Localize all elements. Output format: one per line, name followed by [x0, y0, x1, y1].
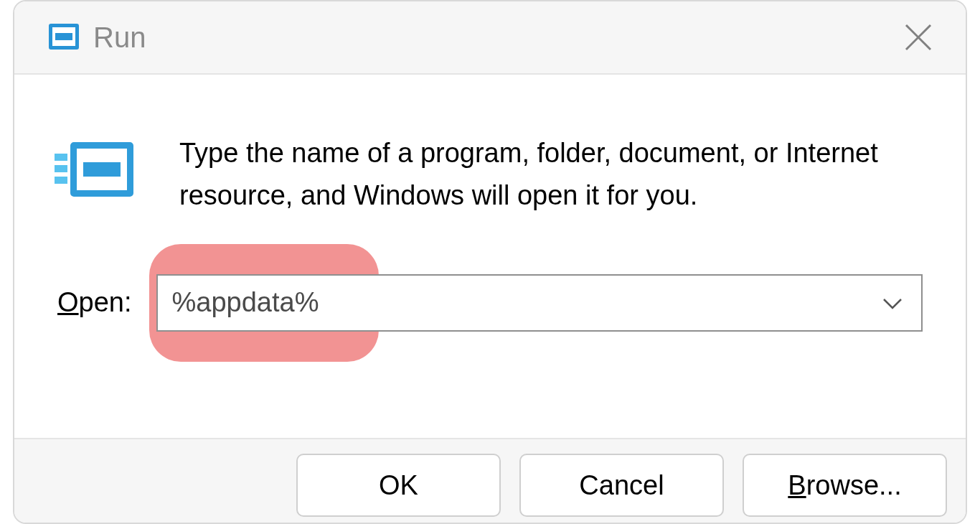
run-dialog: Run Type the name of a program, folder, …: [13, 0, 967, 524]
close-icon: [903, 22, 933, 52]
browse-button[interactable]: Browse...: [743, 454, 947, 517]
run-icon-small: [43, 24, 80, 51]
dialog-body: Type the name of a program, folder, docu…: [14, 75, 966, 360]
cancel-button[interactable]: Cancel: [519, 454, 724, 517]
open-row: Open:: [57, 274, 923, 332]
description-text: Type the name of a program, folder, docu…: [179, 132, 923, 217]
titlebar: Run: [14, 1, 966, 75]
chevron-down-icon: [882, 296, 903, 310]
description-row: Type the name of a program, folder, docu…: [57, 132, 923, 217]
open-combobox[interactable]: [156, 274, 923, 332]
run-icon: [57, 139, 136, 204]
ok-button[interactable]: OK: [296, 454, 501, 517]
open-input[interactable]: [172, 287, 878, 318]
dialog-footer: OK Cancel Browse...: [14, 438, 966, 523]
dropdown-button[interactable]: [878, 289, 907, 317]
close-button[interactable]: [897, 16, 940, 59]
open-label: Open:: [57, 287, 132, 318]
window-title: Run: [93, 22, 146, 54]
